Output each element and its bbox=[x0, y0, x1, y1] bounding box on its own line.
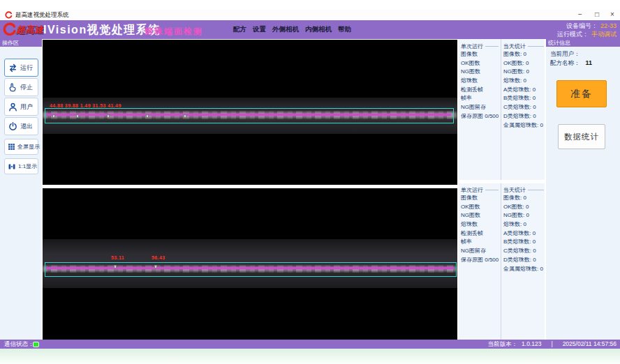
stat-row: 保存原图 0/500 bbox=[461, 256, 499, 265]
stat-row: 图像数: 0 bbox=[503, 194, 544, 203]
info-panel-header: 统计信息 bbox=[546, 39, 620, 47]
stats-panel-bottom-single-run: 单次运行 图像数 OK图数 NG图数 熔珠数 检测丢帧 帧率 NG图留存 保存原… bbox=[461, 185, 499, 265]
exit-button[interactable]: 退出 bbox=[4, 117, 38, 135]
main-menu: 配方 设置 外侧相机 内侧相机 帮助 bbox=[233, 20, 351, 39]
stat-row: NG图数 bbox=[461, 211, 499, 220]
datetime-value: 2025/02/11 14:57:56 bbox=[563, 340, 617, 349]
stat-row: B类熔珠数: 0 bbox=[503, 238, 544, 247]
one-to-one-button[interactable]: 1:1显示 bbox=[4, 158, 38, 174]
detection-box bbox=[45, 262, 457, 277]
recipe-name-label: 配方名称： bbox=[550, 59, 580, 66]
user-button-label: 用户 bbox=[20, 103, 33, 112]
strip-marker bbox=[107, 114, 110, 118]
stat-row: 图像数: 0 bbox=[503, 50, 544, 59]
stats-panel-top-daily: 当天统计 图像数: 0 OK图数: 0 NG图数: 0 熔珠数: 0 A类熔珠数… bbox=[503, 42, 544, 130]
stat-row: A类熔珠数: 0 bbox=[503, 86, 544, 95]
stats-panel-bottom-daily: 当天统计 图像数: 0 OK图数: 0 NG图数: 0 熔珠数: 0 A类熔珠数… bbox=[503, 185, 544, 273]
app-icon bbox=[5, 11, 13, 19]
run-button-label: 运行 bbox=[20, 63, 33, 73]
camera-view-bottom[interactable]: 53.11 56.43 bbox=[43, 188, 457, 340]
status-bar: 通信状态： 当前版本： 1.0.123 | 2025/02/11 14:57:5… bbox=[0, 340, 620, 349]
device-info: 设备编号：22-33 运行模式：手动调试 bbox=[557, 22, 617, 38]
stat-row: OK图数 bbox=[461, 203, 499, 212]
stat-row: 帧率 bbox=[461, 238, 499, 247]
recipe-name-value: 11 bbox=[586, 59, 593, 66]
window-titlebar: 超高速视觉处理系统 − □ × bbox=[0, 9, 620, 20]
minimize-button[interactable]: − bbox=[574, 9, 586, 20]
stat-row: NG图数: 0 bbox=[503, 211, 544, 220]
stat-row: NG图数 bbox=[461, 68, 499, 77]
stats-divider bbox=[501, 39, 501, 340]
brand-logo-icon bbox=[3, 22, 17, 36]
device-id-value: 22-33 bbox=[600, 22, 617, 29]
stats-panel-separator bbox=[457, 180, 546, 183]
measurement-annotation: 44.88 39.88 1.49 31.53 41.49 bbox=[50, 103, 121, 108]
cycle-arrows-icon bbox=[8, 63, 18, 73]
stats-group-title: 单次运行 bbox=[461, 42, 499, 50]
stat-row: 保存原图 0/500 bbox=[461, 112, 499, 121]
measurement-label: 53.11 bbox=[111, 255, 124, 260]
desktop-strip bbox=[0, 349, 620, 364]
menu-item-recipe[interactable]: 配方 bbox=[233, 25, 246, 34]
stat-row: C类熔珠数: 0 bbox=[503, 247, 544, 256]
measurement-label: 56.43 bbox=[152, 255, 165, 260]
close-button[interactable]: × bbox=[606, 9, 619, 20]
strip-marker bbox=[52, 114, 55, 118]
window-title: 超高速视觉处理系统 bbox=[15, 11, 69, 20]
version-label: 当前版本： bbox=[488, 340, 518, 349]
stat-row: NG图留存 bbox=[461, 103, 499, 112]
version-value: 1.0.123 bbox=[522, 340, 541, 349]
run-button[interactable]: 运行 bbox=[4, 59, 38, 77]
stat-row: 金属屑熔珠数: 0 bbox=[503, 121, 544, 130]
power-icon bbox=[8, 121, 18, 132]
stat-row: NG图数: 0 bbox=[503, 68, 544, 77]
person-icon bbox=[8, 102, 18, 112]
app-window: 超高速视觉处理系统 − □ × 超高速 IVision视觉处理系统 熔珠端面检测… bbox=[0, 0, 620, 364]
menu-item-help[interactable]: 帮助 bbox=[338, 25, 351, 34]
run-mode-value: 手动调试 bbox=[591, 31, 617, 38]
stat-row: 熔珠数 bbox=[461, 77, 499, 86]
stats-group-title: 单次运行 bbox=[461, 185, 499, 194]
sidebar-header: 操作区 bbox=[0, 39, 42, 47]
strip-marker bbox=[76, 114, 79, 118]
stats-group-title: 当天统计 bbox=[503, 185, 544, 194]
status-separator: | bbox=[551, 340, 552, 349]
one-to-one-button-label: 1:1显示 bbox=[18, 162, 37, 170]
user-button[interactable]: 用户 bbox=[4, 98, 38, 116]
detection-box bbox=[45, 108, 454, 123]
grid-icon bbox=[8, 143, 15, 151]
maximize-button[interactable]: □ bbox=[591, 9, 603, 20]
strip-marker bbox=[184, 114, 186, 118]
stat-row: C类熔珠数: 0 bbox=[503, 103, 544, 112]
hand-icon bbox=[8, 82, 18, 93]
stop-button[interactable]: 停止 bbox=[4, 78, 38, 96]
menu-item-settings[interactable]: 设置 bbox=[253, 25, 266, 34]
data-stats-button[interactable]: 数据统计 bbox=[558, 124, 605, 149]
prepare-button[interactable]: 准备 bbox=[556, 80, 607, 107]
camera-view-top[interactable]: 44.88 39.88 1.49 31.53 41.49 bbox=[43, 40, 457, 185]
stat-row: 金属屑熔珠数: 0 bbox=[503, 265, 544, 274]
recipe-name-row: 配方名称：11 bbox=[550, 59, 592, 68]
menu-item-outer-camera[interactable]: 外侧相机 bbox=[272, 25, 299, 34]
status-bar-right: 当前版本： 1.0.123 | 2025/02/11 14:57:56 bbox=[488, 340, 617, 349]
run-mode-label: 运行模式： bbox=[557, 31, 589, 38]
current-user-label: 当前用户： bbox=[550, 50, 580, 59]
fullscreen-button-label: 全屏显示 bbox=[17, 143, 40, 151]
stat-row: NG图留存 bbox=[461, 247, 499, 256]
stat-row: D类熔珠数: 0 bbox=[503, 256, 544, 265]
stat-row: 图像数 bbox=[461, 194, 499, 203]
main-header: 超高速 IVision视觉处理系统 熔珠端面检测 配方 设置 外侧相机 内侧相机… bbox=[0, 20, 620, 39]
strip-marker bbox=[146, 114, 149, 118]
device-id-label: 设备编号： bbox=[566, 22, 598, 29]
stat-row: B类熔珠数: 0 bbox=[503, 94, 544, 103]
stop-button-label: 停止 bbox=[20, 83, 33, 92]
page-subtitle: 熔珠端面检测 bbox=[145, 26, 203, 38]
menu-item-inner-camera[interactable]: 内侧相机 bbox=[305, 25, 332, 34]
comm-status-label: 通信状态： bbox=[4, 340, 34, 349]
stat-row: A类熔珠数: 0 bbox=[503, 229, 544, 238]
fullscreen-button[interactable]: 全屏显示 bbox=[4, 139, 38, 155]
stat-row: OK图数: 0 bbox=[503, 59, 544, 68]
stat-row: 检测丢帧 bbox=[461, 86, 499, 95]
stat-row: 熔珠数 bbox=[461, 220, 499, 229]
stats-group-title: 当天统计 bbox=[503, 42, 544, 50]
